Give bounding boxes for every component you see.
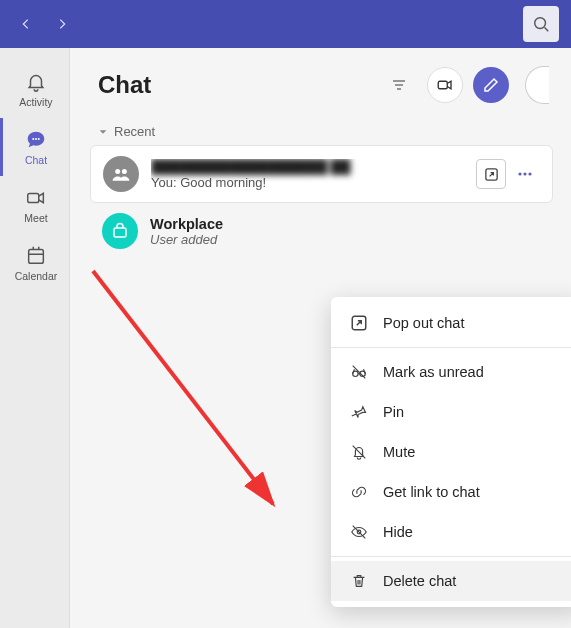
chat-preview: You: Good morning! (151, 175, 464, 190)
svg-rect-13 (114, 228, 126, 237)
menu-label: Get link to chat (383, 484, 480, 500)
titlebar (0, 0, 571, 48)
menu-separator (331, 556, 571, 557)
svg-point-7 (115, 169, 120, 174)
menu-separator (331, 347, 571, 348)
svg-point-8 (122, 169, 127, 174)
menu-item-delete[interactable]: Delete chat (331, 561, 571, 601)
svg-point-10 (518, 172, 521, 175)
svg-point-2 (35, 138, 37, 140)
sidebar-item-label: Calendar (15, 270, 58, 282)
chat-context-menu: Pop out chat Mark as unread Pin Mute (331, 297, 571, 607)
menu-item-mute[interactable]: Mute (331, 432, 571, 472)
svg-point-1 (32, 138, 34, 140)
nav-back-button[interactable] (12, 10, 40, 38)
popout-icon (484, 167, 499, 182)
chat-row-text: ██████████████████ ██ You: Good morning! (151, 159, 464, 190)
menu-item-pin[interactable]: Pin (331, 392, 571, 432)
sidebar-item-label: Meet (24, 212, 47, 224)
svg-rect-6 (438, 81, 447, 89)
more-options-button[interactable] (510, 159, 540, 189)
nav-forward-button[interactable] (48, 10, 76, 38)
sidebar-item-meet[interactable]: Meet (0, 176, 69, 234)
svg-point-0 (535, 18, 546, 29)
link-icon (349, 482, 369, 502)
trash-icon (349, 571, 369, 591)
menu-label: Hide (383, 524, 413, 540)
sidebar-item-label: Chat (25, 154, 47, 166)
svg-point-3 (38, 138, 40, 140)
group-avatar-icon (102, 213, 138, 249)
menu-item-link[interactable]: Get link to chat (331, 472, 571, 512)
chat-row[interactable]: Workplace User added (90, 203, 553, 259)
sidebar-item-activity[interactable]: Activity (0, 60, 69, 118)
chat-row[interactable]: ██████████████████ ██ You: Good morning! (90, 145, 553, 203)
chat-preview: User added (150, 232, 541, 247)
chat-title: Workplace (150, 216, 541, 232)
svg-point-12 (528, 172, 531, 175)
chat-row-text: Workplace User added (150, 216, 541, 247)
group-avatar-icon (103, 156, 139, 192)
bell-off-icon (349, 442, 369, 462)
search-icon (532, 15, 550, 33)
menu-item-unread[interactable]: Mark as unread (331, 352, 571, 392)
meet-now-button[interactable] (427, 67, 463, 103)
menu-label: Pin (383, 404, 404, 420)
popout-button[interactable] (476, 159, 506, 189)
more-icon (516, 165, 534, 183)
chat-title: ██████████████████ ██ (151, 159, 464, 175)
menu-label: Mute (383, 444, 415, 460)
pin-icon (349, 402, 369, 422)
content-pane: Chat Recent ██████████████████ ██ (70, 48, 571, 628)
menu-label: Delete chat (383, 573, 456, 589)
menu-label: Mark as unread (383, 364, 484, 380)
eye-off-icon (349, 522, 369, 542)
video-icon (24, 186, 48, 210)
svg-rect-4 (28, 193, 39, 202)
video-icon (436, 76, 454, 94)
app-sidebar: Activity Chat Meet Calendar (0, 48, 70, 628)
chevron-down-icon (98, 127, 108, 137)
search-button[interactable] (523, 6, 559, 42)
svg-rect-5 (29, 250, 44, 264)
filter-button[interactable] (381, 67, 417, 103)
calendar-icon (24, 244, 48, 268)
menu-item-popout[interactable]: Pop out chat (331, 303, 571, 343)
chat-row-actions (476, 159, 540, 189)
avatar[interactable] (525, 66, 549, 104)
menu-item-hide[interactable]: Hide (331, 512, 571, 552)
popout-icon (349, 313, 369, 333)
page-title: Chat (98, 71, 371, 99)
sidebar-item-chat[interactable]: Chat (0, 118, 69, 176)
glasses-icon (349, 362, 369, 382)
section-recent[interactable]: Recent (70, 116, 571, 145)
compose-icon (482, 76, 500, 94)
section-label: Recent (114, 124, 155, 139)
chat-header: Chat (70, 48, 571, 116)
chat-list: ██████████████████ ██ You: Good morning! (70, 145, 571, 259)
sidebar-item-label: Activity (19, 96, 52, 108)
new-chat-button[interactable] (473, 67, 509, 103)
filter-icon (391, 77, 407, 93)
svg-point-11 (523, 172, 526, 175)
main-area: Activity Chat Meet Calendar Chat (0, 48, 571, 628)
chat-icon (24, 128, 48, 152)
menu-label: Pop out chat (383, 315, 464, 331)
bell-icon (24, 70, 48, 94)
sidebar-item-calendar[interactable]: Calendar (0, 234, 69, 292)
